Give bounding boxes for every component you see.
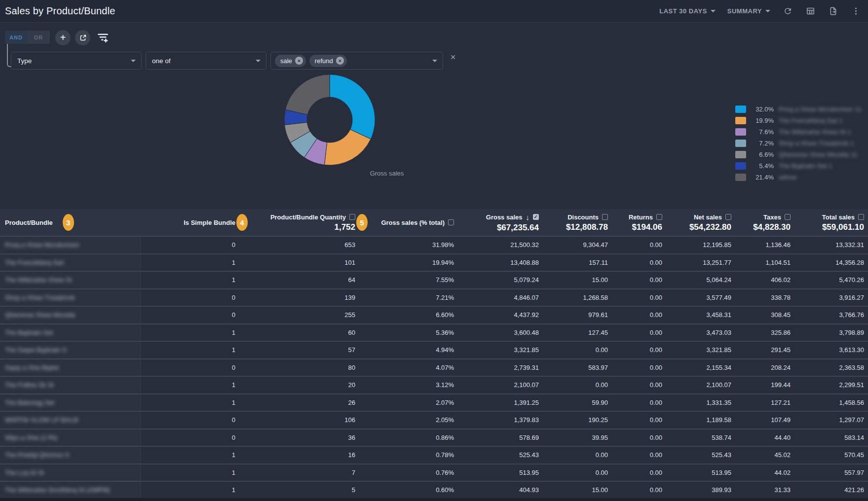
cell-returns: 0.00 — [612, 465, 666, 481]
add-filter-button[interactable]: + — [55, 30, 71, 45]
column-select-checkbox[interactable] — [858, 214, 864, 220]
filter-field-dropdown[interactable]: Type — [11, 52, 142, 70]
filter-field-value: Type — [17, 57, 32, 65]
column-select-checkbox[interactable]: ✓ — [533, 214, 539, 220]
table-row[interactable]: The Pnwfqt Qhnmsn S1160.78%525.430.000.0… — [0, 446, 868, 464]
or-toggle-button[interactable]: OR — [27, 31, 50, 44]
chip-remove-icon[interactable]: × — [295, 57, 303, 65]
legend-item[interactable]: 7.6%The Wtbmahw Xhew St 1 — [735, 126, 862, 138]
column-header-total-sales[interactable]: Total sales$59,061.10 — [794, 209, 868, 236]
product-name-redacted: The Wtbmahw Smzthbnq St (AMPM) — [5, 486, 110, 494]
filter-value-chip[interactable]: sale× — [275, 55, 306, 67]
donut-slice-7[interactable] — [285, 74, 330, 115]
cell-product-bundle-quantity: 653 — [239, 237, 359, 253]
export-icon[interactable] — [828, 6, 838, 17]
date-range-selector[interactable]: LAST 30 DAYS — [659, 7, 716, 15]
column-select-checkbox[interactable] — [448, 219, 454, 225]
table-row[interactable]: The Balnmqg Set1262.07%1,391.2559.900.00… — [0, 394, 868, 411]
cell-discounts: 15.00 — [543, 272, 612, 288]
filter-value-chip[interactable]: refund× — [309, 55, 347, 67]
table-row[interactable]: The Lzq Gl St170.76%513.950.000.00513.95… — [0, 464, 868, 481]
product-name-redacted: Pnsq a Xhew Mcrsbvrtzen — [5, 241, 79, 249]
legend-item[interactable]: 6.6%Qhenmsw Xhew Mvcella 11 — [735, 149, 862, 160]
add-filter-line-icon[interactable] — [97, 33, 109, 45]
filter-values-dropdown[interactable]: sale×refund× — [270, 52, 443, 70]
cell-product-bundle-quantity: 26 — [239, 394, 359, 411]
cell-taxes: 31.33 — [735, 482, 794, 499]
table-view-icon[interactable] — [805, 6, 816, 17]
view-mode-selector[interactable]: SUMMARY — [727, 7, 770, 15]
column-select-checkbox[interactable] — [602, 214, 608, 220]
table-row[interactable]: Qhenmsw Xhew Mvcella02556.60%4,437.92979… — [0, 306, 868, 323]
refresh-icon[interactable] — [782, 6, 793, 17]
column-header-product-bundle[interactable]: Product/Bundle3 — [0, 209, 141, 236]
column-header-net-sales[interactable]: Net sales$54,232.80 — [666, 209, 735, 236]
column-header-gross-sales[interactable]: Gross sales↓✓$67,235.64 — [458, 209, 543, 236]
filter-operator-dropdown[interactable]: one of — [146, 52, 266, 70]
cell-product-bundle-quantity: 20 — [239, 377, 359, 394]
column-select-checkbox[interactable] — [725, 214, 731, 220]
legend-label-redacted: The Bqdnatn Set 1 — [779, 162, 832, 170]
cell-returns: 0.00 — [612, 307, 666, 323]
table-row[interactable]: The Bqdnatn Set1605.36%3,600.48127.450.0… — [0, 323, 868, 341]
cell-discounts: 1,268.58 — [543, 289, 612, 306]
column-header-taxes[interactable]: Taxes$4,828.30 — [735, 209, 794, 236]
column-header-returns[interactable]: Returns$194.06 — [612, 209, 666, 236]
table-row[interactable]: The Fvensthbnq Swt110119.94%13,408.88157… — [0, 253, 868, 271]
cell-returns: 0.00 — [612, 412, 666, 429]
column-select-checkbox[interactable] — [656, 214, 662, 220]
table-row[interactable]: The Fnlthw Sk St1203.12%2,100.070.000.00… — [0, 376, 868, 394]
sales-by-product-bundle-report: Sales by Product/Bundle LAST 30 DAYS SUM… — [0, 0, 868, 501]
column-header-line: Taxes — [763, 214, 791, 220]
cell-discounts: 9,304.47 — [543, 237, 612, 253]
legend-label-redacted: wthnw — [779, 174, 797, 181]
cell-returns: 0.00 — [612, 254, 666, 271]
cell-total-sales: 13,332.31 — [794, 237, 868, 253]
column-select-checkbox[interactable] — [785, 214, 791, 220]
table-row[interactable]: MNFFW XLOW LP BALM01062.05%1,379.83190.2… — [0, 411, 868, 429]
column-header-is-simple-bundle[interactable]: Is Simple Bundle4 — [141, 209, 239, 236]
column-header-gross-sales-total[interactable]: Gross sales (% total) — [359, 209, 458, 236]
table-row[interactable]: The Swpw Bqdnatn S1574.94%3,321.850.000.… — [0, 341, 868, 358]
add-filter-group-button[interactable] — [75, 30, 90, 45]
chip-remove-icon[interactable]: × — [336, 57, 344, 65]
table-row[interactable]: Wlps a Xhw (2 Pk)0360.86%578.6939.950.00… — [0, 429, 868, 446]
column-header-discounts[interactable]: Discounts$12,808.78 — [543, 209, 612, 236]
kebab-menu-icon[interactable] — [850, 6, 861, 17]
table-row[interactable]: The Wtbmahw Smzthbnq St (AMPM)150.60%404… — [0, 481, 868, 499]
table-row[interactable]: Pnsq a Xhew Mcrsbvrtzen065331.98%21,500.… — [0, 236, 868, 253]
cell-total-sales: 570.45 — [794, 447, 868, 464]
cell-discounts: 59.90 — [543, 394, 612, 411]
product-name-cell: The Swpw Bqdnatn S — [0, 342, 141, 358]
product-name-redacted: The Balnmqg Set — [5, 399, 54, 406]
sort-desc-icon[interactable]: ↓ — [526, 214, 530, 221]
column-select-checkbox[interactable] — [349, 214, 355, 220]
table-row[interactable]: Sqwy a Xhw Bqdnt0804.07%2,739.31583.970.… — [0, 358, 868, 376]
column-total: $194.06 — [632, 223, 662, 231]
product-name-redacted: The Wtbmahw Xhew St — [5, 276, 72, 284]
table-row[interactable]: The Wtbmahw Xhew St1647.55%5,079.2415.00… — [0, 271, 868, 288]
cell-product-bundle-quantity: 106 — [239, 412, 359, 429]
cell-net-sales: 3,473.03 — [666, 324, 735, 341]
product-name-cell: The Bqdnatn Set — [0, 324, 141, 341]
cell-gross-sales: 3,600.48 — [458, 324, 543, 341]
cell-discounts: 0.00 — [543, 342, 612, 358]
table-row[interactable]: Shnp a Xhew Tnwatmnb01397.21%4,846.071,2… — [0, 288, 868, 306]
legend-item[interactable]: 19.9%The Fvensthbnq Swt 1 — [735, 115, 862, 126]
legend-item[interactable]: 5.4%The Bqdnatn Set 1 — [735, 160, 862, 172]
donut-slice-1[interactable] — [330, 74, 375, 139]
legend-item[interactable]: 21.4%wthnw — [735, 172, 862, 183]
column-total: $12,808.78 — [566, 223, 608, 231]
product-name-redacted: The Fvensthbnq Swt — [5, 259, 64, 266]
legend-item[interactable]: 32.0%Pnsq a Xhew Mcrsbvrtzen 11 — [735, 104, 862, 115]
chevron-down-icon — [432, 60, 437, 62]
legend-swatch — [735, 174, 746, 181]
remove-filter-button[interactable]: × — [447, 51, 459, 63]
cell-net-sales: 538.74 — [666, 429, 735, 446]
cell-taxes: 338.78 — [735, 289, 794, 306]
cell-taxes: 127.21 — [735, 394, 794, 411]
legend-item[interactable]: 7.2%Shnp a Xhew Tnwatmnb 1 — [735, 138, 862, 149]
and-toggle-button[interactable]: AND — [5, 31, 27, 44]
product-name-cell: The Fnlthw Sk St — [0, 377, 141, 394]
column-header-product-bundle-quantity[interactable]: Product/Bundle Quantity1,7525 — [239, 209, 359, 236]
